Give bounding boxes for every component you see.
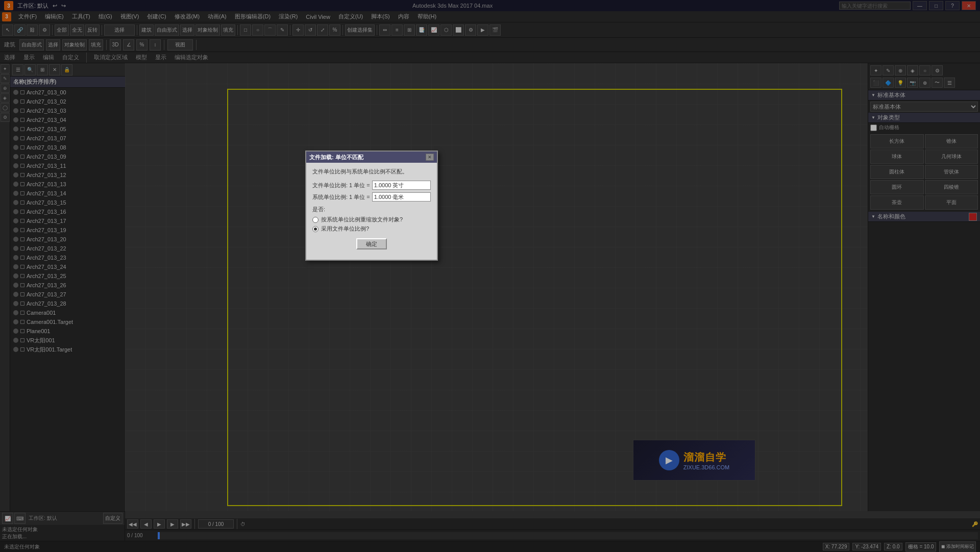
file-unit-value: 1.0000 英寸: [372, 181, 431, 190]
dialog-question: 是否:: [312, 206, 431, 213]
dialog-close-btn[interactable]: ✕: [426, 154, 434, 161]
dialog-title-bar: 文件加载: 单位不匹配 ✕: [306, 152, 437, 163]
option2-label: 采用文件单位比例?: [321, 225, 369, 233]
option1-label: 按系统单位比例重缩放文件对象?: [321, 216, 403, 223]
option1-row[interactable]: 按系统单位比例重缩放文件对象?: [312, 216, 431, 223]
dialog-footer: 确定: [312, 234, 431, 255]
option2-radio[interactable]: [312, 226, 318, 232]
dialog-info-text: 文件单位比例与系统单位比例不区配。: [312, 168, 431, 175]
modal-overlay: 文件加载: 单位不匹配 ✕ 文件单位比例与系统单位比例不区配。 文件单位比例: …: [0, 0, 980, 552]
option1-radio[interactable]: [312, 217, 318, 223]
system-unit-label: 系统单位比例: 1 单位 =: [312, 193, 370, 201]
system-unit-row: 系统单位比例: 1 单位 = 1.0000 毫米: [312, 192, 431, 202]
option2-row[interactable]: 采用文件单位比例?: [312, 225, 431, 233]
unit-mismatch-dialog: 文件加载: 单位不匹配 ✕ 文件单位比例与系统单位比例不区配。 文件单位比例: …: [305, 150, 438, 261]
file-unit-label: 文件单位比例: 1 单位 =: [312, 182, 370, 189]
dialog-title: 文件加载: 单位不匹配: [309, 154, 363, 161]
ok-button[interactable]: 确定: [356, 238, 387, 249]
system-unit-value: 1.0000 毫米: [372, 192, 431, 202]
dialog-body: 文件单位比例与系统单位比例不区配。 文件单位比例: 1 单位 = 1.0000 …: [306, 163, 437, 260]
file-unit-row: 文件单位比例: 1 单位 = 1.0000 英寸: [312, 181, 431, 190]
